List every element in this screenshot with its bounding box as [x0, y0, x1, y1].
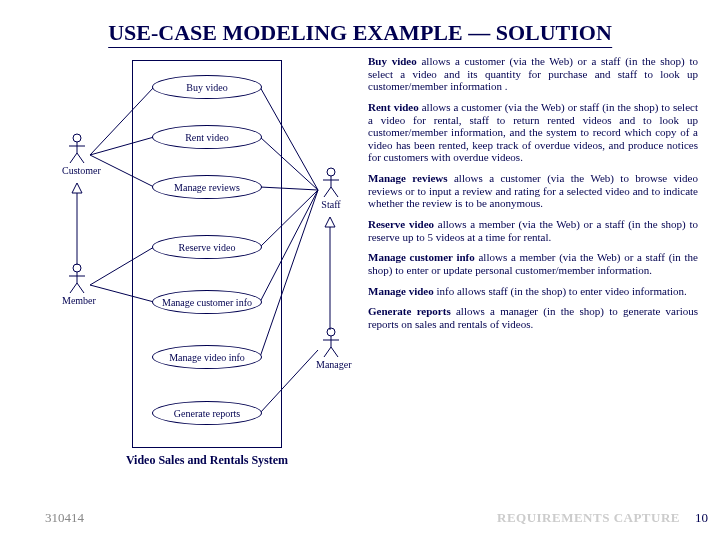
svg-point-21: [73, 264, 81, 272]
page-number: 10: [695, 510, 708, 526]
actor-member-label: Member: [62, 295, 96, 306]
svg-marker-4: [72, 183, 82, 193]
svg-line-30: [331, 187, 338, 197]
page-title: USE-CASE MODELING EXAMPLE — SOLUTION: [108, 20, 612, 48]
actor-manager-label: Manager: [316, 359, 352, 370]
stick-figure-icon: [67, 133, 87, 165]
usecase-generate-reports: Generate reports: [152, 401, 262, 425]
stick-figure-icon: [321, 327, 341, 359]
svg-line-29: [324, 187, 331, 197]
svg-point-16: [73, 134, 81, 142]
svg-line-19: [70, 153, 77, 163]
usecase-manage-video-info: Manage video info: [152, 345, 262, 369]
desc-reports: Generate reports allows a manager (in th…: [368, 305, 698, 330]
desc-reviews: Manage reviews allows a customer (via th…: [368, 172, 698, 210]
svg-line-24: [70, 283, 77, 293]
diagram-caption: Video Sales and Rentals System: [112, 453, 302, 468]
usecase-reserve-video: Reserve video: [152, 235, 262, 259]
stick-figure-icon: [321, 167, 341, 199]
stick-figure-icon: [67, 263, 87, 295]
actor-staff-label: Staff: [321, 199, 340, 210]
desc-reserve: Reserve video allows a member (via the W…: [368, 218, 698, 243]
actor-staff: Staff: [316, 167, 346, 210]
actor-member: Member: [62, 263, 92, 306]
svg-line-35: [331, 347, 338, 357]
usecase-manage-cust-info: Manage customer info: [152, 290, 262, 314]
descriptions: Buy video allows a customer (via the Web…: [368, 55, 698, 339]
svg-point-31: [327, 328, 335, 336]
actor-customer-label: Customer: [62, 165, 101, 176]
footer-code: 310414: [45, 510, 84, 526]
usecase-diagram: Buy video Rent video Manage reviews Rese…: [62, 55, 358, 475]
desc-buy: Buy video allows a customer (via the Web…: [368, 55, 698, 93]
svg-line-25: [77, 283, 84, 293]
actor-manager: Manager: [316, 327, 346, 370]
desc-rent: Rent video allows a customer (via the We…: [368, 101, 698, 164]
actor-customer: Customer: [62, 133, 92, 176]
svg-line-34: [324, 347, 331, 357]
usecase-manage-reviews: Manage reviews: [152, 175, 262, 199]
usecase-rent-video: Rent video: [152, 125, 262, 149]
desc-custinfo: Manage customer info allows a member (vi…: [368, 251, 698, 276]
svg-point-26: [327, 168, 335, 176]
svg-marker-14: [325, 217, 335, 227]
usecase-buy-video: Buy video: [152, 75, 262, 99]
svg-line-20: [77, 153, 84, 163]
desc-videoinfo: Manage video info allows staff (in the s…: [368, 285, 698, 298]
footer-label: REQUIREMENTS CAPTURE: [497, 510, 680, 526]
